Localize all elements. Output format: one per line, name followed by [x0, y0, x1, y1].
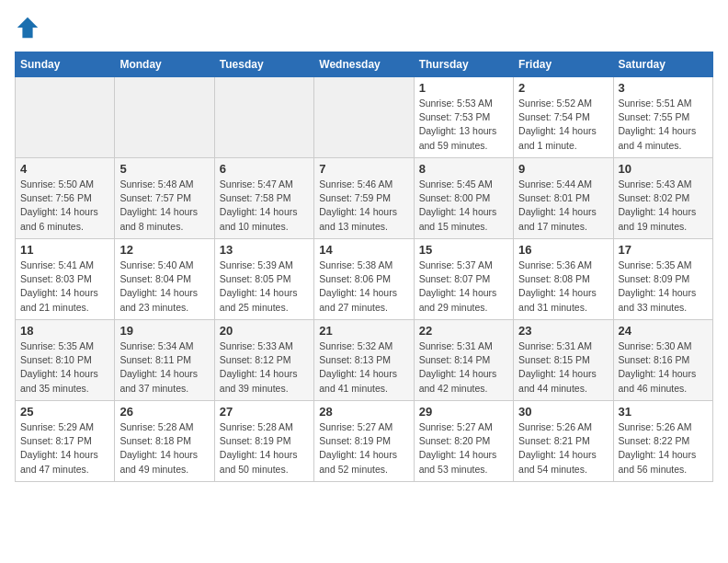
day-detail: Sunrise: 5:47 AMSunset: 7:58 PMDaylight:… [220, 178, 309, 234]
day-number: 26 [119, 405, 209, 419]
calendar-cell: 16Sunrise: 5:36 AMSunset: 8:08 PMDayligh… [514, 239, 613, 320]
calendar-cell: 14Sunrise: 5:38 AMSunset: 8:06 PMDayligh… [314, 239, 414, 320]
calendar-cell [115, 77, 214, 158]
day-detail: Sunrise: 5:30 AMSunset: 8:16 PMDaylight:… [619, 339, 708, 396]
day-number: 11 [20, 243, 109, 257]
day-header-saturday: Saturday [613, 52, 712, 77]
day-number: 6 [220, 162, 309, 176]
day-detail: Sunrise: 5:41 AMSunset: 8:03 PMDaylight:… [20, 259, 109, 315]
calendar-cell: 9Sunrise: 5:44 AMSunset: 8:01 PMDaylight… [514, 158, 613, 239]
day-detail: Sunrise: 5:36 AMSunset: 8:08 PMDaylight:… [518, 259, 608, 315]
calendar-cell: 28Sunrise: 5:27 AMSunset: 8:19 PMDayligh… [314, 401, 414, 482]
day-number: 21 [319, 324, 408, 338]
calendar-cell: 26Sunrise: 5:28 AMSunset: 8:18 PMDayligh… [115, 401, 214, 482]
calendar-cell: 27Sunrise: 5:28 AMSunset: 8:19 PMDayligh… [214, 401, 313, 482]
calendar-cell: 11Sunrise: 5:41 AMSunset: 8:03 PMDayligh… [16, 239, 115, 320]
day-number: 28 [319, 405, 408, 419]
calendar-cell: 23Sunrise: 5:31 AMSunset: 8:15 PMDayligh… [514, 320, 613, 401]
day-detail: Sunrise: 5:31 AMSunset: 8:15 PMDaylight:… [518, 339, 608, 396]
day-detail: Sunrise: 5:31 AMSunset: 8:14 PMDaylight:… [419, 339, 508, 396]
calendar-cell: 6Sunrise: 5:47 AMSunset: 7:58 PMDaylight… [214, 158, 313, 239]
day-detail: Sunrise: 5:26 AMSunset: 8:21 PMDaylight:… [518, 420, 608, 477]
calendar-cell [16, 77, 115, 158]
day-number: 15 [419, 243, 508, 257]
calendar-week-row: 1Sunrise: 5:53 AMSunset: 7:53 PMDaylight… [16, 77, 713, 158]
day-detail: Sunrise: 5:34 AMSunset: 8:11 PMDaylight:… [119, 339, 209, 396]
page-header [15, 15, 713, 40]
logo [15, 15, 44, 40]
day-detail: Sunrise: 5:46 AMSunset: 7:59 PMDaylight:… [319, 178, 408, 234]
day-number: 27 [220, 405, 309, 419]
day-detail: Sunrise: 5:28 AMSunset: 8:19 PMDaylight:… [220, 420, 309, 477]
day-header-wednesday: Wednesday [314, 52, 414, 77]
day-number: 14 [319, 243, 408, 257]
day-detail: Sunrise: 5:27 AMSunset: 8:19 PMDaylight:… [319, 420, 408, 477]
day-detail: Sunrise: 5:29 AMSunset: 8:17 PMDaylight:… [20, 420, 109, 477]
day-number: 25 [20, 405, 109, 419]
day-number: 29 [419, 405, 508, 419]
calendar-cell: 24Sunrise: 5:30 AMSunset: 8:16 PMDayligh… [613, 320, 712, 401]
day-header-friday: Friday [514, 52, 613, 77]
day-detail: Sunrise: 5:43 AMSunset: 8:02 PMDaylight:… [619, 178, 708, 234]
day-header-thursday: Thursday [414, 52, 513, 77]
day-number: 20 [220, 324, 309, 338]
day-number: 23 [518, 324, 608, 338]
calendar-cell [214, 77, 313, 158]
day-number: 2 [518, 81, 608, 95]
day-header-monday: Monday [115, 52, 214, 77]
calendar-week-row: 11Sunrise: 5:41 AMSunset: 8:03 PMDayligh… [16, 239, 713, 320]
day-detail: Sunrise: 5:27 AMSunset: 8:20 PMDaylight:… [419, 420, 508, 477]
calendar-cell: 18Sunrise: 5:35 AMSunset: 8:10 PMDayligh… [16, 320, 115, 401]
day-number: 24 [619, 324, 708, 338]
day-number: 8 [419, 162, 508, 176]
day-detail: Sunrise: 5:35 AMSunset: 8:09 PMDaylight:… [619, 259, 708, 315]
day-detail: Sunrise: 5:45 AMSunset: 8:00 PMDaylight:… [419, 178, 508, 234]
svg-marker-1 [17, 17, 38, 38]
day-header-tuesday: Tuesday [214, 52, 313, 77]
calendar-week-row: 25Sunrise: 5:29 AMSunset: 8:17 PMDayligh… [16, 401, 713, 482]
day-number: 5 [119, 162, 209, 176]
day-detail: Sunrise: 5:37 AMSunset: 8:07 PMDaylight:… [419, 259, 508, 315]
day-detail: Sunrise: 5:50 AMSunset: 7:56 PMDaylight:… [20, 178, 109, 234]
calendar-cell: 29Sunrise: 5:27 AMSunset: 8:20 PMDayligh… [414, 401, 513, 482]
day-number: 9 [518, 162, 608, 176]
calendar-cell: 25Sunrise: 5:29 AMSunset: 8:17 PMDayligh… [16, 401, 115, 482]
day-number: 3 [619, 81, 708, 95]
calendar-cell: 22Sunrise: 5:31 AMSunset: 8:14 PMDayligh… [414, 320, 513, 401]
day-detail: Sunrise: 5:38 AMSunset: 8:06 PMDaylight:… [319, 259, 408, 315]
day-detail: Sunrise: 5:26 AMSunset: 8:22 PMDaylight:… [619, 420, 708, 477]
day-number: 30 [518, 405, 608, 419]
calendar-cell: 1Sunrise: 5:53 AMSunset: 7:53 PMDaylight… [414, 77, 513, 158]
calendar-cell: 7Sunrise: 5:46 AMSunset: 7:59 PMDaylight… [314, 158, 414, 239]
calendar-cell: 21Sunrise: 5:32 AMSunset: 8:13 PMDayligh… [314, 320, 414, 401]
calendar-cell: 10Sunrise: 5:43 AMSunset: 8:02 PMDayligh… [613, 158, 712, 239]
calendar-cell: 8Sunrise: 5:45 AMSunset: 8:00 PMDaylight… [414, 158, 513, 239]
day-detail: Sunrise: 5:53 AMSunset: 7:53 PMDaylight:… [419, 97, 508, 153]
day-header-sunday: Sunday [16, 52, 115, 77]
calendar-header-row: SundayMondayTuesdayWednesdayThursdayFrid… [16, 52, 713, 77]
calendar-cell: 5Sunrise: 5:48 AMSunset: 7:57 PMDaylight… [115, 158, 214, 239]
day-number: 4 [20, 162, 109, 176]
day-detail: Sunrise: 5:52 AMSunset: 7:54 PMDaylight:… [518, 97, 608, 153]
calendar-cell: 17Sunrise: 5:35 AMSunset: 8:09 PMDayligh… [613, 239, 712, 320]
day-number: 12 [119, 243, 209, 257]
day-detail: Sunrise: 5:51 AMSunset: 7:55 PMDaylight:… [619, 97, 708, 153]
day-detail: Sunrise: 5:48 AMSunset: 7:57 PMDaylight:… [119, 178, 209, 234]
calendar-cell: 30Sunrise: 5:26 AMSunset: 8:21 PMDayligh… [514, 401, 613, 482]
calendar-cell: 2Sunrise: 5:52 AMSunset: 7:54 PMDaylight… [514, 77, 613, 158]
calendar-week-row: 18Sunrise: 5:35 AMSunset: 8:10 PMDayligh… [16, 320, 713, 401]
calendar-cell: 19Sunrise: 5:34 AMSunset: 8:11 PMDayligh… [115, 320, 214, 401]
day-number: 16 [518, 243, 608, 257]
calendar-cell: 12Sunrise: 5:40 AMSunset: 8:04 PMDayligh… [115, 239, 214, 320]
day-number: 7 [319, 162, 408, 176]
calendar-week-row: 4Sunrise: 5:50 AMSunset: 7:56 PMDaylight… [16, 158, 713, 239]
day-detail: Sunrise: 5:33 AMSunset: 8:12 PMDaylight:… [220, 339, 309, 396]
calendar-table: SundayMondayTuesdayWednesdayThursdayFrid… [15, 52, 713, 482]
day-number: 17 [619, 243, 708, 257]
calendar-cell: 20Sunrise: 5:33 AMSunset: 8:12 PMDayligh… [214, 320, 313, 401]
day-number: 22 [419, 324, 508, 338]
day-detail: Sunrise: 5:32 AMSunset: 8:13 PMDaylight:… [319, 339, 408, 396]
calendar-cell: 13Sunrise: 5:39 AMSunset: 8:05 PMDayligh… [214, 239, 313, 320]
calendar-cell: 31Sunrise: 5:26 AMSunset: 8:22 PMDayligh… [613, 401, 712, 482]
day-detail: Sunrise: 5:35 AMSunset: 8:10 PMDaylight:… [20, 339, 109, 396]
